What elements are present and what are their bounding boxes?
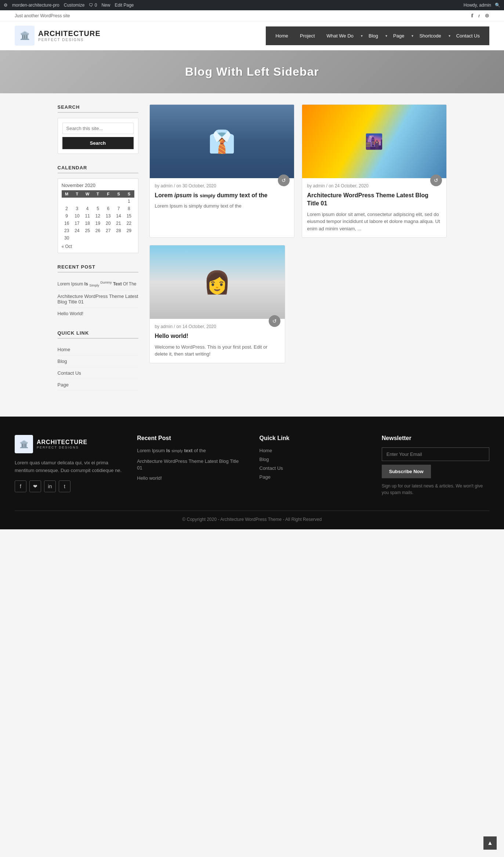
quick-link-blog-link[interactable]: Blog bbox=[58, 359, 67, 364]
footer-pinterest-icon[interactable]: ❤ bbox=[29, 480, 41, 492]
sidebar-recent-post-3: Hello World! bbox=[58, 308, 138, 319]
post-1-meta: by admin / on 30 October, 2020 bbox=[155, 183, 289, 188]
post-2-image: 🌆 bbox=[302, 105, 446, 178]
hero-title: Blog With Left Sidebar bbox=[7, 65, 497, 79]
nav-contact-us[interactable]: Contact Us bbox=[450, 26, 486, 45]
footer-newsletter-heading: Newsletter bbox=[382, 435, 489, 442]
footer-social: f ❤ in t bbox=[15, 480, 122, 492]
post-1-title: Lorem ipsum is simply dummy text of the bbox=[155, 191, 289, 199]
recent-post-link-3[interactable]: Hello World! bbox=[58, 311, 84, 316]
search-button[interactable]: Search bbox=[62, 137, 134, 149]
sidebar-quick-links-section: QUICK LINK Home Blog Contact Us Page bbox=[58, 330, 138, 391]
recent-post-link-2[interactable]: Architecture WordPress Theme Latest Blog… bbox=[58, 294, 138, 305]
footer-logo-title: ARCHITECTURE bbox=[37, 439, 87, 446]
share-button-3[interactable]: ↺ bbox=[269, 315, 280, 327]
search-admin-icon[interactable]: 🔍 bbox=[495, 3, 500, 8]
sidebar-calendar-section: CALENDAR November 2020 MTWTFSS 1 2345678… bbox=[58, 165, 138, 253]
top-bar: Just another WordPress site 𝐟 𝑡 ⊛ bbox=[0, 10, 504, 21]
site-header: 🏛️ ARCHITECTURE PERFECT DESIGNS Home Pro… bbox=[0, 21, 504, 50]
footer-recent-post-2: Architecture WordPress Theme Latest Blog… bbox=[137, 458, 244, 471]
customize-link[interactable]: Customize bbox=[64, 3, 85, 8]
nav-home[interactable]: Home bbox=[269, 26, 294, 45]
admin-bar-right: Howdy, admin 🔍 bbox=[464, 3, 500, 8]
footer-recent-post-1: Lorem Ipsum Is simply text of the bbox=[137, 447, 244, 454]
post-1-excerpt: Lorem Ipsum is simply dummy text of the bbox=[155, 202, 289, 210]
copyright-text: © Copyright 2020 - Architecture WordPres… bbox=[182, 517, 322, 522]
admin-bar-left: ⚙ morden-architecture-pro Customize 🗨 0 … bbox=[4, 3, 134, 8]
comments-link[interactable]: 🗨 0 bbox=[89, 3, 97, 8]
quick-link-contact-link[interactable]: Contact Us bbox=[58, 370, 81, 376]
footer-logo-icon: 🏛️ bbox=[15, 435, 33, 453]
newsletter-note: Sign up for our latest news & articles. … bbox=[382, 483, 489, 496]
newsletter-subscribe-button[interactable]: Subscribe Now bbox=[382, 465, 431, 478]
footer-bottom: © Copyright 2020 - Architecture WordPres… bbox=[15, 511, 489, 522]
blog-row-1: 👔 ↺ by admin / on 30 October, 2020 Lorem… bbox=[149, 104, 447, 238]
logo-icon: 🏛️ bbox=[15, 26, 35, 46]
footer-link-page-link[interactable]: Page bbox=[260, 474, 271, 480]
instagram-icon[interactable]: ⊛ bbox=[485, 12, 489, 19]
footer-twitter-icon[interactable]: t bbox=[59, 480, 70, 492]
footer-link-home: Home bbox=[260, 447, 367, 453]
footer-recent-post-link-1[interactable]: Lorem Ipsum Is simply text of the bbox=[137, 448, 206, 453]
footer-recent-post-link-3[interactable]: Hello world! bbox=[137, 475, 162, 481]
site-name-link[interactable]: morden-architecture-pro bbox=[12, 3, 59, 8]
post-3-excerpt: Welcome to WordPress. This is your first… bbox=[155, 343, 280, 358]
post-3-body: by admin / on 14 October, 2020 Hello wor… bbox=[150, 319, 285, 363]
nav-shortcode[interactable]: Shortcode bbox=[413, 26, 450, 45]
sidebar-recent-posts-section: RECENT POST Lorem Ipsum Is Simply Dummy … bbox=[58, 264, 138, 319]
logo-title: ARCHITECTURE bbox=[38, 29, 101, 38]
footer-description: Lorem quas utamur delicata qui, vix ei p… bbox=[15, 459, 122, 475]
search-box: Search bbox=[58, 118, 138, 154]
recent-post-link-1[interactable]: Lorem Ipsum Is Simply Dummy Text Of The bbox=[58, 281, 137, 287]
site-tagline: Just another WordPress site bbox=[15, 13, 70, 18]
footer-facebook-icon[interactable]: f bbox=[15, 480, 26, 492]
calendar-month: November 2020 bbox=[62, 183, 134, 188]
blog-grid: 👔 ↺ by admin / on 30 October, 2020 Lorem… bbox=[149, 104, 447, 402]
hero-banner: Blog With Left Sidebar bbox=[0, 50, 504, 93]
recent-post-heading: RECENT POST bbox=[58, 264, 138, 273]
quick-link-heading: QUICK LINK bbox=[58, 330, 138, 339]
calendar-prev: « Oct bbox=[62, 244, 134, 249]
footer-link-blog-link[interactable]: Blog bbox=[260, 457, 269, 462]
quick-link-page-link[interactable]: Page bbox=[58, 382, 69, 388]
edit-page-link[interactable]: Edit Page bbox=[115, 3, 134, 8]
post-2-title: Architecture WordPress Theme Latest Blog… bbox=[307, 191, 441, 208]
footer-link-contact-link[interactable]: Contact Us bbox=[260, 465, 283, 471]
new-link[interactable]: New bbox=[101, 3, 110, 8]
quick-link-home-link[interactable]: Home bbox=[58, 347, 70, 352]
nav-blog[interactable]: Blog bbox=[363, 26, 387, 45]
blog-row-2: 👩 ↺ by admin / on 14 October, 2020 Hello… bbox=[149, 245, 447, 363]
sidebar-recent-post-1: Lorem Ipsum Is Simply Dummy Text Of The bbox=[58, 278, 138, 291]
admin-bar: ⚙ morden-architecture-pro Customize 🗨 0 … bbox=[0, 0, 504, 10]
sidebar: SEARCH Search CALENDAR November 2020 MTW… bbox=[58, 104, 138, 402]
calendar-table: MTWTFSS 1 2345678 9101112131415 16171819… bbox=[62, 190, 134, 242]
blog-post-card-2: 🌆 ↺ by admin / on 24 October, 2020 Archi… bbox=[302, 104, 447, 238]
footer-link-home-link[interactable]: Home bbox=[260, 448, 272, 453]
share-button-1[interactable]: ↺ bbox=[278, 174, 290, 186]
sidebar-search-section: SEARCH Search bbox=[58, 104, 138, 154]
facebook-icon[interactable]: 𝐟 bbox=[471, 12, 473, 19]
calendar-heading: CALENDAR bbox=[58, 165, 138, 173]
main-container: SEARCH Search CALENDAR November 2020 MTW… bbox=[50, 104, 454, 402]
footer-about-col: 🏛️ ARCHITECTURE PERFECT DESIGNS Lorem qu… bbox=[15, 435, 122, 496]
post-2-excerpt: Lorem ipsum dolor sit amet, consectetur … bbox=[307, 211, 441, 233]
footer-logo-text: ARCHITECTURE PERFECT DESIGNS bbox=[37, 439, 87, 449]
footer-link-contact: Contact Us bbox=[260, 465, 367, 471]
nav-what-we-do[interactable]: What We Do bbox=[321, 26, 363, 45]
footer-recent-post-link-2[interactable]: Architecture WordPress Theme Latest Blog… bbox=[137, 458, 239, 471]
twitter-icon[interactable]: 𝑡 bbox=[478, 12, 480, 19]
nav-project[interactable]: Project bbox=[294, 26, 320, 45]
howdy-text: Howdy, admin bbox=[464, 3, 491, 8]
quick-link-blog: Blog bbox=[58, 356, 138, 367]
footer-logo: 🏛️ ARCHITECTURE PERFECT DESIGNS bbox=[15, 435, 122, 453]
nav-page[interactable]: Page bbox=[387, 26, 413, 45]
newsletter-email-input[interactable] bbox=[382, 447, 489, 461]
footer-linkedin-icon[interactable]: in bbox=[44, 480, 56, 492]
footer: 🏛️ ARCHITECTURE PERFECT DESIGNS Lorem qu… bbox=[0, 417, 504, 529]
logo[interactable]: 🏛️ ARCHITECTURE PERFECT DESIGNS bbox=[15, 21, 101, 50]
share-button-2[interactable]: ↺ bbox=[430, 174, 442, 186]
post-3-title: Hello world! bbox=[155, 332, 280, 340]
search-input[interactable] bbox=[62, 123, 134, 134]
calendar-prev-link[interactable]: « Oct bbox=[62, 244, 72, 249]
logo-text: ARCHITECTURE PERFECT DESIGNS bbox=[38, 29, 101, 42]
